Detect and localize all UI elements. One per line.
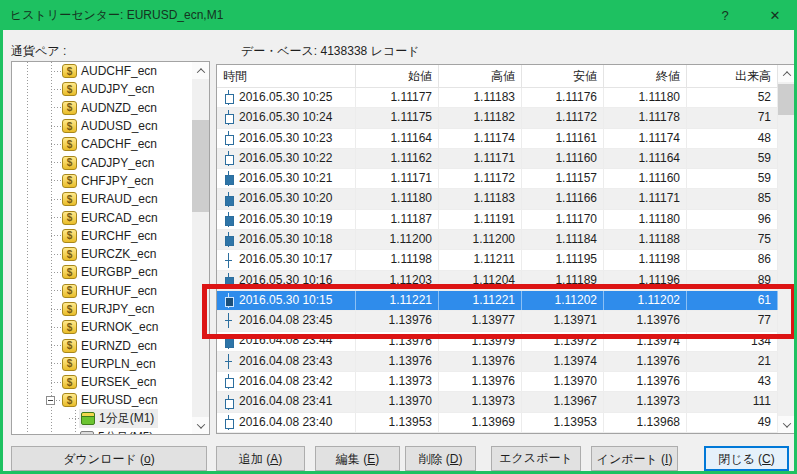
low-cell: 1.11195 bbox=[522, 250, 604, 269]
time-value: 2016.04.08 23:41 bbox=[239, 392, 332, 411]
column-header-4[interactable]: 終値 bbox=[604, 65, 687, 87]
table-row[interactable]: 2016.05.30 10:201.111801.111831.111661.1… bbox=[217, 189, 778, 209]
button-C[interactable]: 閉じる (C) bbox=[704, 446, 789, 471]
time-cell: 2016.04.08 23:43 bbox=[217, 352, 356, 371]
time-value: 2016.04.08 23:43 bbox=[239, 352, 332, 371]
collapse-minus-icon[interactable] bbox=[46, 396, 55, 405]
tree-item-eurnzd_ecn[interactable]: $EURNZD_ecn bbox=[12, 336, 192, 354]
table-row[interactable]: 2016.05.30 10:171.111981.112111.111951.1… bbox=[217, 250, 778, 270]
candle-doji-icon bbox=[224, 253, 233, 268]
tree-item-label: AUDNZD_ecn bbox=[81, 101, 157, 115]
tree-scrollbar[interactable] bbox=[192, 62, 209, 434]
tree-item-eurgbp_ecn[interactable]: $EURGBP_ecn bbox=[12, 263, 192, 281]
high-cell: 1.11182 bbox=[439, 108, 522, 127]
tree-item-cadjpy_ecn[interactable]: $CADJPY_ecn bbox=[12, 153, 192, 171]
column-header-5[interactable]: 出来高 bbox=[687, 65, 778, 87]
tree-item-eurusd_ecn[interactable]: $EURUSD_ecn bbox=[12, 391, 192, 409]
table-row[interactable]: 2016.04.08 23:421.139731.139761.139701.1… bbox=[217, 372, 778, 392]
tree-connector bbox=[51, 272, 61, 273]
time-value: 2016.05.30 10:19 bbox=[239, 210, 332, 229]
tree-item-eurhuf_ecn[interactable]: $EURHUF_ecn bbox=[12, 282, 192, 300]
scroll-down-icon[interactable] bbox=[192, 417, 209, 434]
tree-scrollbar-thumb[interactable] bbox=[192, 120, 209, 212]
dollar-coin-icon: $ bbox=[62, 265, 77, 279]
table-row[interactable]: 2016.04.08 23:451.139761.139771.139711.1… bbox=[217, 311, 778, 331]
tree-item-audchf_ecn[interactable]: $AUDCHF_ecn bbox=[12, 62, 192, 80]
column-header-3[interactable]: 安値 bbox=[522, 65, 604, 87]
time-cell: 2016.05.30 10:25 bbox=[217, 88, 356, 107]
column-header-0[interactable]: 時間 bbox=[217, 65, 356, 87]
tree-item-label: CADJPY_ecn bbox=[81, 156, 154, 170]
tree-item-label: AUDJPY_ecn bbox=[81, 82, 154, 96]
table-row[interactable]: 2016.04.08 23:441.139761.139791.139721.1… bbox=[217, 332, 778, 352]
dollar-coin-icon: $ bbox=[62, 339, 77, 353]
tree-item-eurjpy_ecn[interactable]: $EURJPY_ecn bbox=[12, 300, 192, 318]
close-cell: 1.13973 bbox=[604, 392, 687, 411]
tree-item-cadchf_ecn[interactable]: $CADCHF_ecn bbox=[12, 135, 192, 153]
tree-item-eurnok_ecn[interactable]: $EURNOK_ecn bbox=[12, 318, 192, 336]
table-row[interactable]: 2016.04.08 23:411.139701.139731.139671.1… bbox=[217, 392, 778, 412]
history-table-panel: 時間始値高値安値終値出来高 2016.05.30 10:251.111771.1… bbox=[216, 64, 796, 434]
tree-item-timeframe[interactable]: 1分足(M1) bbox=[12, 410, 192, 428]
table-row[interactable]: 2016.04.08 23:401.139531.139691.139531.1… bbox=[217, 413, 778, 433]
table-body: 2016.05.30 10:251.111771.111831.111761.1… bbox=[217, 88, 778, 434]
tree-item-timeframe[interactable]: 5分足(M5) bbox=[12, 428, 192, 434]
volume-cell: 86 bbox=[687, 250, 778, 269]
button-A[interactable]: 追加 (A) bbox=[216, 446, 305, 471]
button-I[interactable]: インポート (I) bbox=[591, 446, 678, 471]
low-cell: 1.13971 bbox=[522, 311, 604, 330]
scroll-down-icon[interactable] bbox=[778, 416, 795, 433]
tree-item-eursek_ecn[interactable]: $EURSEK_ecn bbox=[12, 373, 192, 391]
tree-item-eurcad_ecn[interactable]: $EURCAD_ecn bbox=[12, 208, 192, 226]
tree-item-euraud_ecn[interactable]: $EURAUD_ecn bbox=[12, 190, 192, 208]
tree-item-label: 1分足(M1) bbox=[99, 410, 154, 427]
tree-item-eurczk_ecn[interactable]: $EURCZK_ecn bbox=[12, 245, 192, 263]
tree-item-chfjpy_ecn[interactable]: $CHFJPY_ecn bbox=[12, 172, 192, 190]
table-row[interactable]: 2016.05.30 10:191.111871.111911.111701.1… bbox=[217, 210, 778, 230]
table-row-selected[interactable]: 2016.05.30 10:151.112211.112211.112021.1… bbox=[217, 291, 778, 311]
high-cell: 1.11200 bbox=[439, 230, 522, 249]
tree-item-eurpln_ecn[interactable]: $EURPLN_ecn bbox=[12, 355, 192, 373]
help-icon[interactable]: ? bbox=[705, 0, 745, 30]
tree-item-eurchf_ecn[interactable]: $EURCHF_ecn bbox=[12, 227, 192, 245]
low-cell: 1.11172 bbox=[522, 108, 604, 127]
tree-item-audjpy_ecn[interactable]: $AUDJPY_ecn bbox=[12, 80, 192, 98]
table-scrollbar-thumb[interactable] bbox=[778, 84, 795, 115]
button-D[interactable]: 削除 (D) bbox=[405, 446, 476, 471]
time-cell: 2016.04.08 23:45 bbox=[217, 311, 356, 330]
tree-item-label: EURJPY_ecn bbox=[81, 302, 154, 316]
button-o[interactable]: ダウンロード (o) bbox=[11, 446, 207, 471]
table-row[interactable]: 2016.05.30 10:181.112001.112001.111841.1… bbox=[217, 230, 778, 250]
table-row[interactable]: 2016.05.30 10:251.111771.111831.111761.1… bbox=[217, 88, 778, 108]
window-title: ヒストリーセンター: EURUSD_ecn,M1 bbox=[10, 7, 223, 24]
table-row[interactable]: 2016.05.30 10:221.111621.111711.111601.1… bbox=[217, 149, 778, 169]
table-row[interactable] bbox=[217, 433, 778, 434]
column-header-2[interactable]: 高値 bbox=[439, 65, 522, 87]
time-cell: 2016.05.30 10:18 bbox=[217, 230, 356, 249]
table-row[interactable]: 2016.05.30 10:211.111711.111721.111571.1… bbox=[217, 169, 778, 189]
close-icon[interactable]: ✕ bbox=[753, 0, 797, 30]
symbol-tree-panel: $AUDCHF_ecn$AUDJPY_ecn$AUDNZD_ecn$AUDUSD… bbox=[11, 61, 210, 435]
candle-doji-icon bbox=[224, 354, 233, 369]
scroll-up-icon[interactable] bbox=[778, 65, 795, 82]
time-value: 2016.04.08 23:45 bbox=[239, 311, 332, 330]
candle-bull-icon bbox=[224, 131, 233, 146]
open-cell: 1.11200 bbox=[356, 230, 439, 249]
table-row[interactable]: 2016.05.30 10:161.112031.112041.111891.1… bbox=[217, 271, 778, 291]
tree-item-label: EURNOK_ecn bbox=[81, 320, 158, 334]
history-center-dialog: ヒストリーセンター: EURUSD_ecn,M1 ? ✕ 通貨ペア : デー・ベ… bbox=[0, 0, 797, 474]
table-row[interactable]: 2016.05.30 10:241.111751.111821.111721.1… bbox=[217, 108, 778, 128]
tree-item-audusd_ecn[interactable]: $AUDUSD_ecn bbox=[12, 117, 192, 135]
table-row[interactable]: 2016.05.30 10:231.111641.111741.111611.1… bbox=[217, 129, 778, 149]
column-header-1[interactable]: 始値 bbox=[356, 65, 439, 87]
table-row[interactable]: 2016.04.08 23:431.139761.139761.139741.1… bbox=[217, 352, 778, 372]
low-cell: 1.11202 bbox=[522, 291, 604, 310]
close-cell: 1.13976 bbox=[604, 372, 687, 391]
tree-connector bbox=[56, 400, 61, 401]
button-E[interactable]: 編集 (E) bbox=[315, 446, 400, 471]
table-header-row: 時間始値高値安値終値出来高 bbox=[217, 65, 778, 88]
scroll-up-icon[interactable] bbox=[192, 62, 209, 79]
tree-item-audnzd_ecn[interactable]: $AUDNZD_ecn bbox=[12, 99, 192, 117]
button-x[interactable]: エクスポート (x) bbox=[491, 446, 581, 471]
table-scrollbar[interactable] bbox=[778, 65, 795, 433]
